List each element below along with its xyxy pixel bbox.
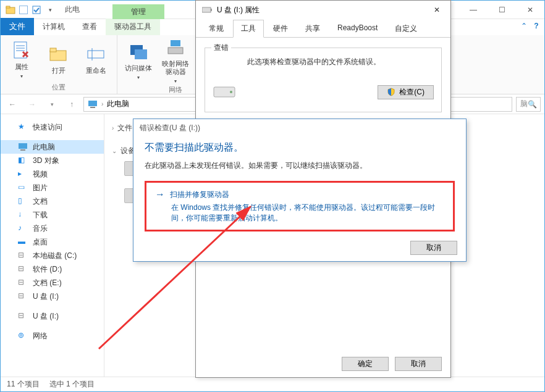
breadcrumb[interactable]: 此电脑 [107,99,129,109]
nav-documents-e[interactable]: ⊟文档 (E:) [1,276,104,290]
check-button[interactable]: 检查(C) [378,85,434,99]
option-title: 扫描并修复驱动器 [170,190,229,200]
documents-icon: ▯ [18,196,28,206]
tab-hardware[interactable]: 硬件 [265,20,296,38]
error-check-dialog: 错误检查(U 盘 (I:)) 不需要扫描此驱动器。 在此驱动器上未发现任何错误。… [133,119,467,262]
cancel-button[interactable]: 取消 [395,357,442,371]
help-icon[interactable]: ? [531,22,542,30]
nav-udisk-i[interactable]: ⊟U 盘 (I:) [1,290,104,303]
scan-repair-option[interactable]: → 扫描并修复驱动器 在 Windows 查找并修复任何错误时，将不能使用驱动器… [145,181,455,231]
rename-icon [86,44,106,64]
star-icon: ★ [18,122,28,132]
navigation-pane: ★快速访问 此电脑 ◧3D 对象 ▸视频 ▭图片 ▯文档 ↓下载 ♪音乐 ▬桌面… [1,114,104,377]
nav-documents[interactable]: ▯文档 [1,194,104,208]
qat-down-icon[interactable]: ▾ [45,5,55,15]
map-drive-button[interactable]: 映射网络 驱动器 ▾ [161,38,190,84]
chevron-down-icon: ▾ [137,75,140,80]
ribbon-expand-icon[interactable]: ⌃ [518,22,530,30]
properties-button[interactable]: 属性 ▾ [7,41,36,79]
recent-dropdown[interactable]: ▾ [44,96,60,112]
downloads-icon: ↓ [18,210,28,220]
nav-downloads[interactable]: ↓下载 [1,208,104,222]
dialog-titlebar[interactable]: 错误检查(U 盘 (I:)) [133,119,466,136]
dialog-title: U 盘 (I:) 属性 [217,5,260,15]
search-input[interactable]: 脑🔍 [516,97,541,112]
folder-open-icon [49,44,69,64]
group-label: 网络 [169,84,182,96]
close-button[interactable]: ✕ [423,1,450,19]
open-button[interactable]: 打开 [44,44,74,75]
svg-rect-6 [88,51,104,58]
maximize-button[interactable]: ☐ [488,1,516,19]
svg-rect-17 [20,149,25,151]
nav-network[interactable]: ⊚网络 [1,329,104,343]
cancel-button[interactable]: 取消 [410,241,457,255]
tab-custom[interactable]: 自定义 [387,20,425,38]
tab-readyboost[interactable]: ReadyBoost [329,20,386,38]
quick-access-toolbar: ▾ [1,5,60,15]
close-button[interactable]: ✕ [516,1,544,19]
search-placeholder: 脑 [520,99,528,109]
svg-rect-16 [19,143,27,149]
usb-drive-icon: ⊟ [18,311,28,321]
nav-this-pc[interactable]: 此电脑 [1,140,104,154]
breadcrumb-chevron-icon[interactable]: › [101,101,103,107]
ribbon-context-label: 管理 [112,4,164,19]
nav-videos[interactable]: ▸视频 [1,167,104,181]
nav-software-d[interactable]: ⊟软件 (D:) [1,262,104,276]
forward-button[interactable]: → [24,96,40,112]
video-icon: ▸ [18,169,28,179]
nav-quick-access[interactable]: ★快速访问 [1,120,104,134]
file-tab[interactable]: 文件 [1,18,34,35]
rename-button[interactable]: 重命名 [81,44,111,75]
nav-local-disk-c[interactable]: ⊟本地磁盘 (C:) [1,249,104,262]
svg-rect-14 [88,101,97,106]
svg-rect-15 [90,107,95,108]
status-item-count: 11 个项目 [7,379,40,390]
svg-point-21 [230,91,232,93]
shield-icon [387,88,395,96]
music-icon: ♪ [18,223,28,233]
tab-drive-tools[interactable]: 驱动器工具 [106,19,160,35]
up-button[interactable]: ↑ [64,96,80,112]
access-media-button[interactable]: 访问媒体 ▾ [124,42,153,80]
chevron-right-icon: › [112,125,114,131]
dialog-titlebar[interactable]: U 盘 (I:) 属性 ✕ [196,1,450,19]
nav-3d-objects[interactable]: ◧3D 对象 [1,154,104,167]
tab-tools[interactable]: 工具 [233,20,264,38]
window-controls: — ☐ ✕ [459,1,544,19]
nav-desktop[interactable]: ▬桌面 [1,235,104,249]
svg-rect-18 [202,7,211,12]
ok-button[interactable]: 确定 [342,357,389,371]
svg-rect-10 [168,48,183,54]
back-button[interactable]: ← [4,96,20,112]
status-bar: 11 个项目 选中 1 个项目 [1,377,544,391]
svg-rect-11 [171,40,180,46]
nav-pictures[interactable]: ▭图片 [1,181,104,194]
tab-computer[interactable]: 计算机 [34,19,74,35]
tab-sharing[interactable]: 共享 [297,20,328,38]
cube-icon: ◧ [18,156,28,165]
usb-drive-icon [202,6,212,14]
arrow-right-icon: → [155,189,165,200]
ribbon-group-location: 属性 ▾ 打开 重命名 位置 [1,35,117,94]
minimize-button[interactable]: — [459,1,488,19]
explorer-icon [6,5,15,15]
error-checking-group: 查错 此选项将检查驱动器中的文件系统错误。 检查(C) [205,48,442,112]
svg-rect-2 [33,6,40,14]
tab-general[interactable]: 常规 [201,20,232,38]
nav-music[interactable]: ♪音乐 [1,222,104,235]
media-icon [129,42,148,62]
dialog-title: 错误检查(U 盘 (I:)) [140,123,200,133]
chevron-down-icon: ⌄ [112,148,117,154]
group-legend: 查错 [211,43,231,53]
chevron-down-icon: ▾ [20,73,23,79]
ribbon-help: ⌃ ? [518,22,542,30]
option-description: 在 Windows 查找并修复任何错误时，将不能使用驱动器。该过程可能需要一段时… [171,202,444,223]
nav-udisk-i-2[interactable]: ⊟U 盘 (I:) [1,309,104,323]
qat-checkbox-icon[interactable] [32,5,41,15]
qat-item[interactable] [19,6,28,14]
tab-view[interactable]: 查看 [74,19,106,35]
search-icon: 🔍 [528,100,537,109]
network-icon: ⊚ [18,331,28,341]
